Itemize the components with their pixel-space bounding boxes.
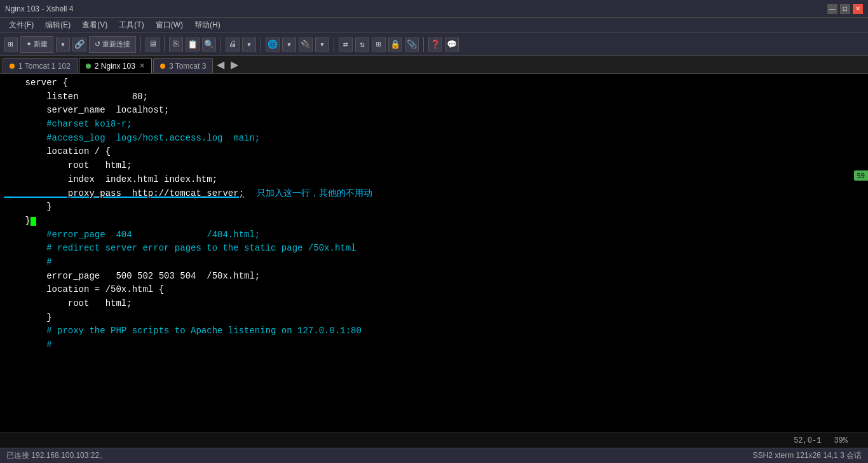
separator-2 — [164, 37, 165, 52]
term-line-20: location = /50x.html { — [4, 283, 864, 297]
window-title: Nginx 103 - Xshell 4 — [5, 4, 73, 13]
status-bar: 52,0-1 39% — [0, 432, 868, 448]
tab-tomcat3[interactable]: 3 Tomcat 3 — [153, 58, 213, 73]
term-line-24: # proxy the PHP scripts to Apache listen… — [4, 324, 864, 338]
window-controls: — □ ✕ — [827, 4, 863, 14]
tab-close-2[interactable]: ✕ — [139, 62, 145, 70]
term-line-12: } — [4, 200, 864, 214]
tab-tomcat102[interactable]: 1 Tomcat 1 102 — [3, 58, 78, 73]
term-line-19: error_page 500 502 503 504 /50x.html; — [4, 270, 864, 284]
toolbar-icon-dropdown2[interactable]: ▾ — [242, 38, 256, 52]
toolbar-icon-find[interactable]: 🔍 — [202, 38, 216, 52]
reconnect-button[interactable]: ↺ 重新连接 — [89, 36, 136, 53]
toolbar-icon-dropdown4[interactable]: ▾ — [315, 38, 329, 52]
new-icon: ✦ — [26, 40, 32, 48]
toolbar-icon-print[interactable]: 🖨 — [226, 38, 240, 52]
term-line-22: } — [4, 311, 864, 325]
toolbar-icon-screen[interactable]: 🖥 — [146, 38, 159, 52]
menu-tools[interactable]: 工具(T) — [114, 18, 149, 32]
tab-dot-1 — [10, 64, 15, 69]
toolbar: ⊞ ✦ 新建 ▾ 🔗 ↺ 重新连接 🖥 ⎘ 📋 🔍 🖨 ▾ 🌐 ▾ 🔌 ▾ ⇄ … — [0, 33, 868, 56]
toolbar-icon-transfer1[interactable]: ⇄ — [339, 38, 353, 52]
side-scroll-badge: 59 — [854, 170, 868, 181]
connection-status: 已连接 192.168.100.103:22。 — [6, 450, 107, 461]
tab-nginx103[interactable]: 2 Nginx 103 ✕ — [79, 58, 152, 73]
tab-dot-2 — [86, 64, 91, 69]
menu-file[interactable]: 文件(F) — [4, 18, 39, 32]
term-line-17: # redirect server error pages to the sta… — [4, 242, 864, 256]
separator-6 — [423, 37, 424, 52]
term-line-21: root html; — [4, 297, 864, 311]
minimize-button[interactable]: — — [827, 4, 837, 14]
terminal-cursor — [31, 216, 36, 226]
toolbar-icon-plugin[interactable]: 🔌 — [299, 38, 313, 52]
tab-label-3: 3 Tomcat 3 — [169, 62, 206, 71]
term-line-15: #error_page 404 /404.html; — [4, 228, 864, 242]
toolbar-icon-dropdown[interactable]: ▾ — [56, 38, 70, 52]
separator-3 — [220, 37, 221, 52]
toolbar-icon-lock[interactable]: 🔒 — [388, 38, 402, 52]
cursor-position: 52,0-1 — [794, 436, 821, 445]
toolbar-icon-clip[interactable]: 📎 — [405, 38, 419, 52]
toolbar-icon-copy[interactable]: ⎘ — [169, 38, 183, 52]
term-line-2: server_name localhost; — [4, 104, 864, 118]
term-line-10: index index.html index.htm; — [4, 173, 864, 187]
separator-5 — [334, 37, 334, 52]
menu-window[interactable]: 窗口(W) — [151, 18, 188, 32]
status-bar-2: 已连接 192.168.100.103:22。 SSH2 xterm 121x2… — [0, 448, 868, 463]
maximize-button[interactable]: □ — [840, 4, 850, 14]
tab-nav-left[interactable]: ◀ — [214, 59, 227, 71]
toolbar-icon-link[interactable]: 🔗 — [72, 38, 86, 52]
term-line-11: proxy_pass http://tomcat_server;只加入这一行，其… — [4, 187, 864, 201]
tab-label-1: 1 Tomcat 1 102 — [18, 62, 71, 71]
tab-dot-3 — [160, 64, 165, 69]
separator-1 — [140, 37, 141, 52]
menu-bar: 文件(F) 编辑(E) 查看(V) 工具(T) 窗口(W) 帮助(H) — [0, 18, 868, 33]
term-line-18: # — [4, 256, 864, 270]
term-line-1: listen 80; — [4, 90, 864, 104]
reconnect-icon: ↺ — [95, 40, 100, 48]
scroll-percent: 39% — [834, 436, 848, 445]
toolbar-icon-paste[interactable]: 📋 — [186, 38, 200, 52]
terminal[interactable]: server { listen 80; server_name localhos… — [0, 74, 868, 417]
toolbar-icon-grid[interactable]: ⊞ — [372, 38, 386, 52]
term-line-8: location / { — [4, 145, 864, 159]
term-line-13: } — [4, 214, 864, 228]
term-line-6: #access_log logs/host.access.log main; — [4, 132, 864, 146]
terminal-content: server { listen 80; server_name localhos… — [4, 76, 864, 352]
new-button[interactable]: ✦ 新建 — [20, 36, 53, 53]
tab-bar: 1 Tomcat 1 102 2 Nginx 103 ✕ 3 Tomcat 3 … — [0, 56, 868, 74]
close-button[interactable]: ✕ — [853, 4, 863, 14]
menu-view[interactable]: 查看(V) — [77, 18, 112, 32]
term-line-25: # — [4, 338, 864, 352]
tab-label-2: 2 Nginx 103 — [95, 62, 135, 71]
menu-edit[interactable]: 编辑(E) — [40, 18, 76, 32]
toolbar-icon-new-tab[interactable]: ⊞ — [4, 38, 18, 52]
term-line-0: server { — [4, 76, 864, 90]
title-bar: Nginx 103 - Xshell 4 — □ ✕ — [0, 0, 868, 18]
menu-help[interactable]: 帮助(H) — [189, 18, 226, 32]
toolbar-icon-transfer2[interactable]: ⇅ — [355, 38, 369, 52]
toolbar-icon-help[interactable]: ❓ — [428, 38, 442, 52]
term-line-9: root html; — [4, 159, 864, 173]
toolbar-icon-globe[interactable]: 🌐 — [266, 38, 280, 52]
session-info: SSH2 xterm 121x26 14,1 3 会话 — [753, 450, 862, 461]
separator-4 — [261, 37, 261, 52]
term-line-4: #charset koi8-r; — [4, 118, 864, 132]
tab-nav-right[interactable]: ▶ — [228, 59, 241, 71]
toolbar-icon-chat[interactable]: 💬 — [445, 38, 459, 52]
toolbar-icon-dropdown3[interactable]: ▾ — [282, 38, 296, 52]
